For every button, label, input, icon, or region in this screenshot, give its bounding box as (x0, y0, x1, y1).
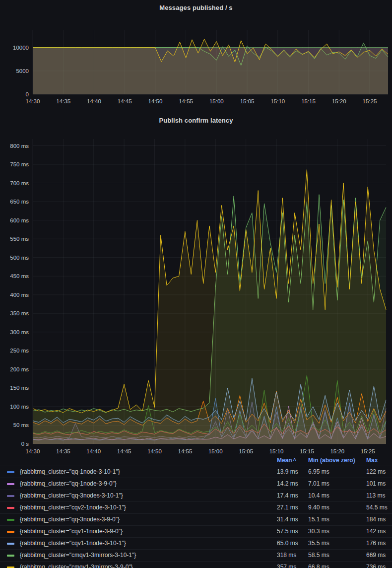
mean-value: 14.2 ms (277, 480, 298, 487)
series-label[interactable]: {rabbitmq_cluster="qq-1node-3-10-1"} (20, 468, 120, 475)
y-tick-label: 450 ms (10, 273, 29, 279)
min-value: 7.01 ms (308, 480, 329, 487)
legend-row[interactable]: {rabbitmq_cluster="cmqv1-3mirrors-3-9-0"… (0, 561, 392, 568)
x-tick-label: 14:30 (26, 98, 40, 104)
series-color-swatch[interactable] (7, 543, 14, 545)
mean-value: 65.0 ms (277, 540, 298, 547)
y-tick-label: 0 s (21, 441, 29, 447)
x-tick-label: 15:15 (301, 98, 316, 104)
min-value: 30.3 ms (308, 528, 329, 535)
x-tick-label: 15:10 (270, 98, 285, 104)
max-value: 113 ms (366, 492, 385, 499)
mean-value: 318 ms (277, 552, 296, 559)
y-tick-label: 100 ms (10, 404, 29, 410)
series-label[interactable]: {rabbitmq_cluster="qq-3nodes-3-9-0"} (20, 516, 120, 523)
series-color-swatch[interactable] (7, 531, 14, 533)
series-color-swatch[interactable] (7, 519, 14, 521)
min-value: 6.95 ms (308, 468, 329, 475)
y-tick-label: 250 ms (10, 348, 29, 354)
x-tick-label: 14:55 (178, 448, 193, 454)
series-label[interactable]: {rabbitmq_cluster="cqv2-1node-3-10-1"} (20, 504, 126, 511)
series-label[interactable]: {rabbitmq_cluster="qq-3nodes-3-10-1"} (20, 492, 123, 499)
publish-confirm-latency-chart[interactable]: 0 s50 ms100 ms150 ms200 ms250 ms300 ms35… (10, 139, 386, 454)
y-tick-label: 800 ms (10, 143, 29, 149)
min-value: 9.40 ms (308, 504, 329, 511)
x-tick-label: 14:35 (56, 98, 70, 104)
max-value: 736 ms (366, 564, 386, 568)
x-tick-label: 14:50 (147, 448, 162, 454)
max-value: 176 ms (366, 540, 386, 547)
legend-row[interactable]: {rabbitmq_cluster="cqv1-1node-3-10-1"}65… (0, 537, 392, 549)
series-color-swatch[interactable] (7, 495, 14, 497)
y-tick-label: 750 ms (10, 161, 29, 167)
x-tick-label: 14:55 (179, 98, 193, 104)
x-tick-label: 15:05 (239, 448, 253, 454)
series-color-swatch[interactable] (7, 483, 14, 485)
y-tick-label: 700 ms (10, 180, 29, 186)
legend-column-max[interactable]: Max (366, 457, 378, 464)
y-tick-label: 300 ms (10, 329, 29, 335)
mean-value: 57.5 ms (277, 528, 298, 535)
series-label[interactable]: {rabbitmq_cluster="cmqv1-3mirrors-3-10-1… (20, 552, 136, 559)
x-tick-label: 15:15 (300, 448, 314, 454)
legend-column-mean-label: Mean (277, 457, 292, 464)
mean-value: 357 ms (277, 564, 296, 568)
mean-value: 27.1 ms (277, 504, 298, 511)
series-group (33, 170, 386, 444)
series-color-swatch[interactable] (7, 555, 14, 557)
legend-row[interactable]: {rabbitmq_cluster="qq-3nodes-3-10-1"}17.… (0, 490, 392, 501)
min-value: 10.4 ms (308, 492, 329, 499)
legend-row[interactable]: {rabbitmq_cluster="qq-1node-3-9-0"}14.2 … (0, 478, 392, 490)
panel-title-messages-published[interactable]: Messages published / s (0, 4, 392, 11)
legend-rows: {rabbitmq_cluster="qq-1node-3-10-1"}13.9… (0, 466, 392, 568)
mean-value: 13.9 ms (277, 468, 298, 475)
messages-published-chart[interactable]: 050001000014:3014:3514:4014:4514:5014:55… (13, 30, 388, 104)
grafana-dashboard: 050001000014:3014:3514:4014:4514:5014:55… (0, 0, 392, 568)
y-tick-label: 5000 (16, 68, 29, 74)
series-color-swatch[interactable] (7, 507, 14, 509)
max-value: 669 ms (366, 552, 386, 559)
legend-row[interactable]: {rabbitmq_cluster="qq-3nodes-3-9-0"}31.4… (0, 513, 392, 525)
x-tick-label: 14:35 (56, 448, 70, 454)
min-value: 15.1 ms (308, 516, 329, 523)
y-tick-label: 500 ms (10, 255, 29, 261)
series-label[interactable]: {rabbitmq_cluster="qq-1node-3-9-0"} (20, 480, 117, 487)
legend-header: Mean^ Min (above zero) Max (0, 456, 392, 466)
min-value: 58.5 ms (308, 552, 329, 559)
max-value: 122 ms (366, 468, 386, 475)
x-tick-label: 15:00 (208, 448, 223, 454)
max-value: 184 ms (366, 516, 386, 523)
max-value: 101 ms (366, 480, 386, 487)
legend-column-mean[interactable]: Mean^ (277, 457, 296, 464)
y-tick-label: 50 ms (13, 422, 29, 428)
x-tick-label: 14:30 (26, 448, 40, 454)
legend-row[interactable]: {rabbitmq_cluster="cmqv1-3mirrors-3-10-1… (0, 549, 392, 561)
series-fill (33, 170, 386, 444)
series-color-swatch[interactable] (7, 471, 14, 473)
x-tick-label: 15:25 (363, 98, 377, 104)
min-value: 66.8 ms (308, 564, 329, 568)
max-value: 142 ms (366, 528, 386, 535)
x-tick-label: 14:40 (86, 448, 101, 454)
mean-value: 17.4 ms (277, 492, 298, 499)
x-tick-label: 14:45 (117, 448, 131, 454)
legend-row[interactable]: {rabbitmq_cluster="cqv1-1node-3-9-0"}57.… (0, 525, 392, 537)
min-value: 35.5 ms (308, 540, 329, 547)
x-tick-label: 15:25 (361, 448, 375, 454)
x-tick-label: 14:45 (118, 98, 132, 104)
series-label[interactable]: {rabbitmq_cluster="cmqv1-3mirrors-3-9-0"… (20, 564, 133, 568)
legend-row[interactable]: {rabbitmq_cluster="cqv2-1node-3-10-1"}27… (0, 501, 392, 513)
legend-row[interactable]: {rabbitmq_cluster="qq-1node-3-10-1"}13.9… (0, 466, 392, 478)
sort-ascending-icon: ^ (293, 458, 296, 463)
y-tick-label: 200 ms (10, 366, 29, 372)
series-label[interactable]: {rabbitmq_cluster="cqv1-1node-3-10-1"} (20, 540, 126, 547)
series-label[interactable]: {rabbitmq_cluster="cqv1-1node-3-9-0"} (20, 528, 123, 535)
legend-column-min[interactable]: Min (above zero) (308, 457, 355, 464)
y-tick-label: 650 ms (10, 199, 29, 205)
y-tick-label: 10000 (13, 45, 29, 51)
mean-value: 31.4 ms (277, 516, 298, 523)
panel-title-publish-confirm-latency[interactable]: Publish confirm latency (0, 117, 392, 124)
y-tick-label: 400 ms (10, 292, 29, 298)
legend-table: Mean^ Min (above zero) Max {rabbitmq_clu… (0, 456, 392, 568)
x-tick-label: 15:20 (330, 448, 344, 454)
